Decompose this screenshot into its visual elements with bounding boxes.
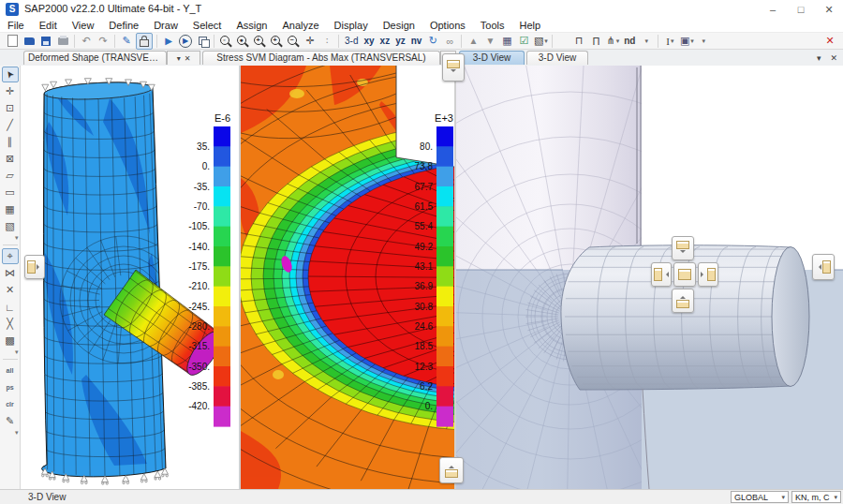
dock-cross-right[interactable] xyxy=(698,262,718,287)
move-up-list-icon[interactable]: ▲ xyxy=(466,34,481,49)
draw-rect-area-icon[interactable]: ▭ xyxy=(2,185,19,200)
close-button[interactable]: ✕ xyxy=(815,0,843,19)
view-xz-button[interactable]: xz xyxy=(377,36,393,46)
view-xy-button[interactable]: xy xyxy=(361,36,377,46)
menu-help[interactable]: Help xyxy=(512,19,549,32)
dock-top-hint[interactable] xyxy=(442,53,465,82)
set-display-options-icon[interactable]: ☑ xyxy=(516,34,531,49)
print-icon[interactable] xyxy=(55,34,70,49)
run-analysis-icon[interactable]: ▶ xyxy=(161,34,176,49)
zoom-window-icon[interactable]: ▫ xyxy=(218,34,233,49)
select-all-button[interactable]: all xyxy=(2,363,19,378)
save-icon[interactable] xyxy=(38,34,53,49)
frame-section-icon[interactable]: ⊓ xyxy=(571,34,586,49)
view-nv-button[interactable]: nv xyxy=(408,36,425,46)
draw-pen-icon[interactable]: ✎ xyxy=(119,34,134,49)
area-section-icon[interactable]: ▣▾ xyxy=(679,34,694,49)
draw-quick-area-icon[interactable]: ▦ xyxy=(2,201,19,217)
tab-3d-view-2[interactable]: 3-D View xyxy=(526,51,588,65)
tab-deformed-shape[interactable]: Deformed Shape (TRANSVERSAL) - Contours … xyxy=(23,51,167,65)
zoom-in-icon[interactable]: + xyxy=(252,34,267,49)
snap-midpoints-icon[interactable]: ⋈ xyxy=(2,265,19,281)
zoom-in-step-icon[interactable]: + xyxy=(269,34,284,49)
more-snap-dropdown[interactable]: ▾ xyxy=(2,348,19,356)
zoom-out-icon[interactable]: − xyxy=(286,34,301,49)
section-designer-icon[interactable]: I▾ xyxy=(662,34,677,49)
undo-icon[interactable]: ↶ xyxy=(79,34,94,49)
dock-cross-left[interactable] xyxy=(651,262,672,287)
copy-view-icon[interactable] xyxy=(195,34,210,49)
move-down-list-icon[interactable]: ▼ xyxy=(482,34,497,49)
more-tools-dropdown[interactable]: ▾ xyxy=(696,34,711,49)
zoom-full-icon[interactable]: ● xyxy=(235,34,250,49)
close-toolbar-icon[interactable]: ✕ xyxy=(822,34,837,49)
end-releases-icon[interactable]: ⋔▾ xyxy=(605,34,620,49)
coordinate-system-select[interactable]: GLOBAL▾ xyxy=(731,491,789,503)
tab-stress-svm[interactable]: Stress SVM Diagram - Abs Max (TRANSVERSA… xyxy=(202,51,440,65)
menu-design[interactable]: Design xyxy=(376,19,422,32)
reshape-object-icon[interactable]: ✛ xyxy=(2,83,19,99)
menu-tools[interactable]: Tools xyxy=(473,19,512,32)
draw-quick-frame-icon[interactable]: ∥ xyxy=(2,134,19,150)
dock-bottom-hint[interactable] xyxy=(439,457,464,483)
perspective-icon[interactable]: ∞ xyxy=(442,34,457,49)
chevron-down-icon[interactable]: ▾ xyxy=(817,53,821,63)
menu-view[interactable]: View xyxy=(65,19,102,32)
redo-icon[interactable]: ↷ xyxy=(96,34,111,49)
units-select[interactable]: KN, m, C▾ xyxy=(791,491,841,503)
close-tab-icon[interactable]: ✕ xyxy=(185,54,191,63)
frame-span-icon[interactable]: Π xyxy=(588,34,603,49)
menu-select[interactable]: Select xyxy=(185,19,229,32)
tab-3d-view-1[interactable]: 3-D View xyxy=(459,51,525,65)
walk-steps-icon[interactable]: ∶ xyxy=(319,34,334,49)
open-file-icon[interactable] xyxy=(22,34,37,49)
close-view-icon[interactable]: ✕ xyxy=(830,53,837,63)
menu-file[interactable]: File xyxy=(0,19,32,32)
deformed-shape-view[interactable] xyxy=(21,66,239,489)
minimize-button[interactable]: – xyxy=(759,0,787,19)
dock-cross-bottom[interactable] xyxy=(672,289,694,313)
named-display-dropdown[interactable]: ▾ xyxy=(639,34,654,49)
named-display-button[interactable]: nd xyxy=(622,34,637,49)
rotate-view-icon[interactable]: ↻ xyxy=(425,34,440,49)
select-pointer-icon[interactable]: ➤ xyxy=(2,67,19,82)
dock-left-hint[interactable] xyxy=(24,255,45,279)
draw-solid-icon[interactable]: ▧ xyxy=(2,218,19,234)
draw-joint-icon[interactable]: ⊡ xyxy=(2,100,19,116)
clear-selection-button[interactable]: clr xyxy=(2,396,19,412)
stress-svm-view[interactable] xyxy=(241,66,454,489)
assign-display-icon[interactable]: ▧▾ xyxy=(533,34,548,49)
view-yz-button[interactable]: yz xyxy=(392,36,408,46)
dock-cross-center[interactable] xyxy=(673,262,696,287)
maximize-button[interactable]: □ xyxy=(787,0,815,19)
dock-cross-top[interactable] xyxy=(672,236,694,260)
view-3d-button[interactable]: 3-d xyxy=(342,36,361,46)
pan-icon[interactable]: ✛ xyxy=(303,34,318,49)
menu-draw[interactable]: Draw xyxy=(146,19,185,32)
menu-display[interactable]: Display xyxy=(327,19,376,32)
snap-perpendicular-icon[interactable]: ∟ xyxy=(2,299,19,315)
object-shrink-icon[interactable]: ▦ xyxy=(499,34,514,49)
run-options-icon[interactable]: ▶ xyxy=(178,34,193,49)
poly-select-icon[interactable]: ✎ xyxy=(2,413,19,429)
snap-grid-icon[interactable]: ▩ xyxy=(2,333,19,348)
lock-model-icon[interactable] xyxy=(136,33,153,50)
more-draw-dropdown[interactable]: ▾ xyxy=(2,234,19,242)
menu-edit[interactable]: Edit xyxy=(32,19,65,32)
new-model-icon[interactable] xyxy=(5,34,20,49)
menu-assign[interactable]: Assign xyxy=(229,19,274,32)
more-select-dropdown[interactable]: ▾ xyxy=(2,429,19,437)
snap-intersections-icon[interactable]: ✕ xyxy=(2,282,19,298)
previous-selection-button[interactable]: ps xyxy=(2,379,19,395)
menu-options[interactable]: Options xyxy=(422,19,473,32)
draw-poly-area-icon[interactable]: ▱ xyxy=(2,168,19,184)
menu-define[interactable]: Define xyxy=(101,19,146,32)
draw-frame-icon[interactable]: ╱ xyxy=(2,117,19,133)
snap-joints-icon[interactable]: ⌖ xyxy=(2,248,19,264)
draw-braces-icon[interactable]: ⊠ xyxy=(2,151,19,167)
menu-analyze[interactable]: Analyze xyxy=(274,19,326,32)
chevron-down-icon[interactable]: ▾ xyxy=(177,54,181,63)
snap-lines-icon[interactable]: ╳ xyxy=(2,316,19,332)
dock-right-hint[interactable] xyxy=(812,254,835,280)
three-d-view[interactable] xyxy=(456,66,843,489)
